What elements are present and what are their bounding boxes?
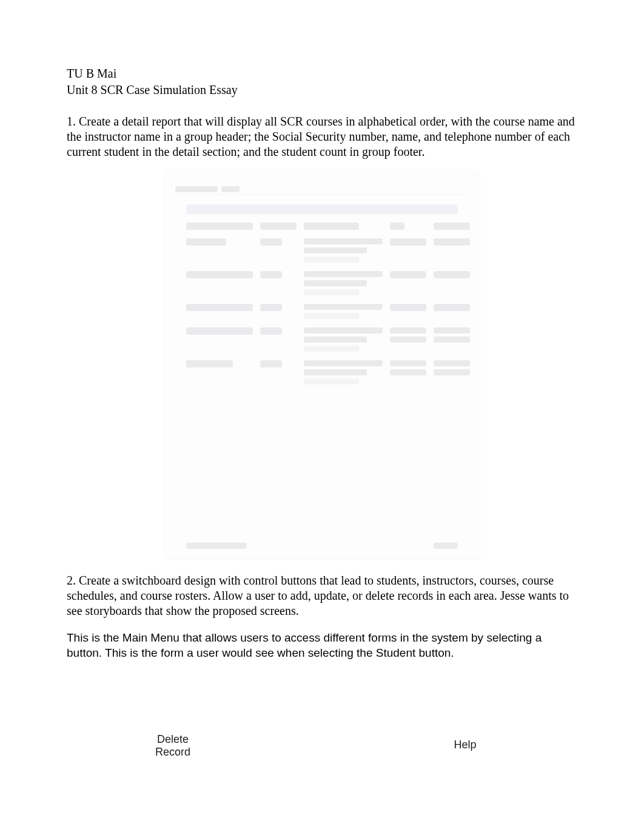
delete-record-label-line2: Record xyxy=(146,746,200,759)
report-screenshot xyxy=(164,170,480,558)
help-label: Help xyxy=(438,733,492,758)
delete-record-label: Delete Record xyxy=(146,733,200,758)
question-1: 1. Create a detail report that will disp… xyxy=(67,114,577,159)
button-labels-row: Delete Record Help xyxy=(67,733,577,758)
report-screenshot-frame xyxy=(164,170,480,558)
switchboard-description: This is the Main Menu that allows users … xyxy=(67,631,577,660)
question-2: 2. Create a switchboard design with cont… xyxy=(67,573,577,619)
doc-title: Unit 8 SCR Case Simulation Essay xyxy=(67,83,577,97)
author-line: TU B Mai xyxy=(67,67,577,81)
delete-record-label-line1: Delete xyxy=(146,733,200,746)
